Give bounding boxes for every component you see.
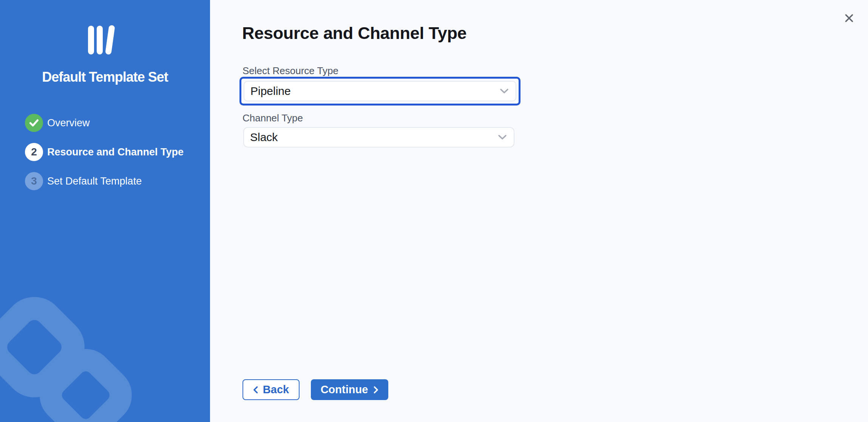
channel-type-select[interactable]: Slack bbox=[243, 127, 514, 147]
brand-watermark bbox=[0, 225, 210, 422]
chevron-down-icon bbox=[500, 88, 509, 94]
step-number-badge: 2 bbox=[25, 143, 43, 161]
step-resource-and-channel-type[interactable]: 2 Resource and Channel Type bbox=[25, 143, 184, 161]
wizard-steps: Overview 2 Resource and Channel Type 3 S… bbox=[25, 114, 184, 201]
template-set-wizard: Default Template Set Overview 2 Resource… bbox=[0, 0, 868, 422]
close-button[interactable] bbox=[840, 9, 858, 27]
continue-button-label: Continue bbox=[321, 383, 368, 396]
chevron-left-icon bbox=[253, 386, 258, 394]
wizard-sidebar: Default Template Set Overview 2 Resource… bbox=[0, 0, 210, 422]
step-label: Set Default Template bbox=[47, 175, 142, 187]
channel-type-label: Channel Type bbox=[242, 112, 303, 124]
continue-button[interactable]: Continue bbox=[311, 379, 388, 400]
resource-type-focus-ring: Pipeline bbox=[239, 77, 520, 106]
close-icon bbox=[844, 13, 854, 23]
resource-type-label: Select Resource Type bbox=[242, 65, 338, 77]
chevron-down-icon bbox=[498, 134, 507, 140]
wizard-nav-buttons: Back Continue bbox=[242, 379, 388, 400]
resource-type-value: Pipeline bbox=[250, 85, 291, 98]
resource-type-select[interactable]: Pipeline bbox=[244, 81, 516, 101]
step-set-default-template[interactable]: 3 Set Default Template bbox=[25, 172, 184, 190]
wizard-title: Default Template Set bbox=[0, 69, 210, 85]
step-overview[interactable]: Overview bbox=[25, 114, 184, 132]
wizard-content: Resource and Channel Type Select Resourc… bbox=[210, 0, 868, 422]
back-button[interactable]: Back bbox=[242, 379, 300, 400]
chevron-right-icon bbox=[374, 386, 378, 394]
step-complete-icon bbox=[25, 114, 43, 132]
page-title: Resource and Channel Type bbox=[242, 23, 466, 43]
channel-type-value: Slack bbox=[250, 131, 278, 144]
step-label: Overview bbox=[47, 117, 90, 129]
app-logo-icon bbox=[87, 24, 116, 56]
step-label: Resource and Channel Type bbox=[47, 146, 184, 158]
back-button-label: Back bbox=[263, 383, 289, 396]
step-number-badge: 3 bbox=[25, 172, 43, 190]
